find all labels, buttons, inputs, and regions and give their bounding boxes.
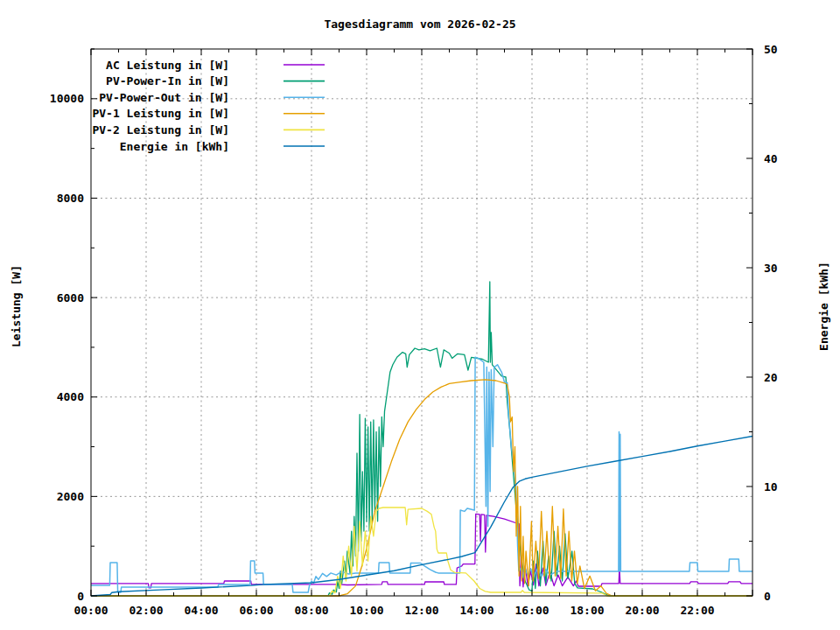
x-tick-label: 02:00 [129, 604, 163, 617]
x-tick-label: 12:00 [404, 604, 438, 617]
legend-item-pv-2-leistung: PV-2 Leistung in [W] [92, 123, 325, 136]
legend-item-ac-leistung: AC Leistung in [W] [106, 59, 325, 72]
y-left-tick-label: 0 [77, 590, 84, 603]
x-tick-label: 06:00 [239, 604, 273, 617]
legend-label: AC Leistung in [W] [106, 59, 229, 72]
y-right-tick-label: 30 [764, 262, 778, 275]
y-left-tick-label: 4000 [57, 390, 84, 403]
y-right-tick-label: 50 [764, 43, 778, 56]
chart-image: Tagesdiagramm vom 2026-02-25 Leistung [W… [0, 0, 840, 630]
x-tick-label: 22:00 [680, 604, 714, 617]
legend-label: PV-2 Leistung in [W] [92, 123, 229, 136]
x-tick-label: 18:00 [570, 604, 604, 617]
y-right-tick-label: 0 [764, 590, 771, 603]
y-right-tick-label: 10 [764, 480, 778, 494]
x-tick-label: 10:00 [349, 604, 383, 617]
chart-title: Tagesdiagramm vom 2026-02-25 [0, 18, 840, 31]
y-left-tick-label: 2000 [57, 490, 84, 503]
x-tick-label: 00:00 [74, 604, 108, 617]
x-tick-label: 04:00 [184, 604, 218, 617]
legend-label: Energie in [kWh] [120, 140, 229, 153]
y-left-tick-label: 6000 [57, 291, 84, 304]
legend-label: PV-1 Leistung in [W] [92, 107, 229, 120]
y-right-tick-label: 40 [764, 152, 778, 165]
y-axis-label-left: Leistung [W] [10, 265, 23, 347]
y-right-tick-label: 20 [764, 371, 778, 384]
y-left-tick-label: 8000 [57, 192, 84, 205]
x-tick-label: 14:00 [459, 604, 494, 617]
x-tick-label: 08:00 [294, 604, 328, 617]
legend-item-energie: Energie in [kWh] [120, 140, 325, 153]
legend-label: PV-Power-Out in [W] [99, 91, 229, 104]
y-left-tick-label: 10000 [50, 92, 84, 105]
legend-label: PV-Power-In in [W] [106, 74, 229, 88]
y-axis-label-right: Energie [kWh] [817, 262, 830, 351]
x-tick-label: 20:00 [625, 604, 659, 617]
legend-item-pv-1-leistung: PV-1 Leistung in [W] [92, 107, 325, 120]
plot-canvas: 00:0002:0004:0006:0008:0010:0012:0014:00… [0, 0, 840, 630]
series-pv-power-out [91, 357, 752, 592]
legend-item-pv-power-in: PV-Power-In in [W] [106, 74, 325, 88]
x-tick-label: 16:00 [514, 604, 549, 617]
legend-item-pv-power-out: PV-Power-Out in [W] [99, 91, 325, 104]
